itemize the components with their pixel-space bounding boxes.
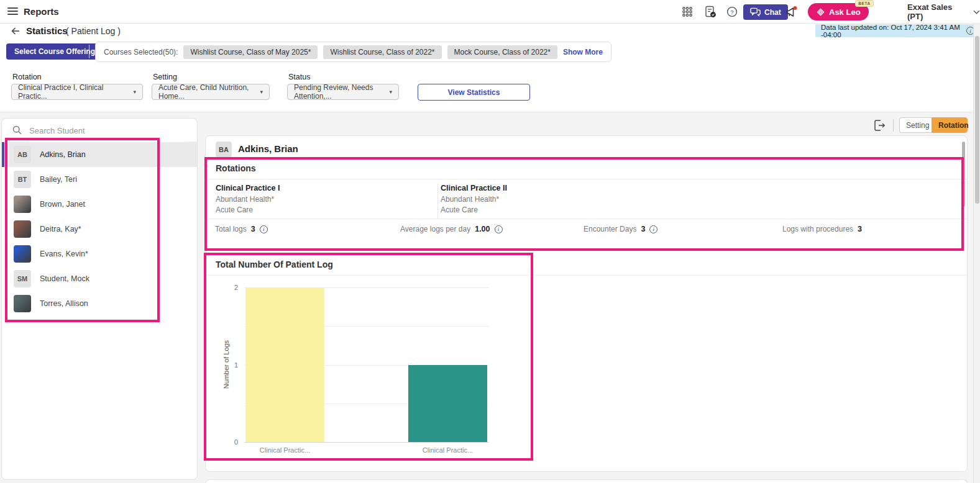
status-filter-select[interactable]: Pending Review, Needs Attention,... ▾	[287, 84, 399, 100]
student-list-item[interactable]: Brown, Janet	[2, 192, 197, 217]
svg-text:?: ?	[730, 9, 733, 16]
page-header: Statistics ( Patient Log ) Data last upd…	[0, 24, 980, 40]
stat-label: Encounter Days	[584, 225, 636, 233]
chart-y-tick-label: 2	[224, 284, 238, 291]
announcements-megaphone-icon[interactable]	[785, 6, 797, 18]
course-offerings-bar: Select Course Offerings Courses Selected…	[0, 40, 980, 65]
patient-log-bar-chart: Clinical Practic...Clinical Practic...	[244, 287, 489, 442]
show-more-link[interactable]: Show More	[563, 48, 603, 56]
toggle-rotation-button[interactable]: Rotation	[932, 117, 968, 133]
divider	[206, 219, 967, 219]
divider	[206, 179, 967, 179]
chart-y-tick-label: 0	[224, 438, 238, 446]
help-icon[interactable]: ?	[726, 6, 738, 17]
rotation-name: Clinical Practice II	[441, 184, 658, 192]
caret-down-icon: ▾	[389, 89, 392, 95]
student-initials-avatar: SM	[14, 270, 31, 287]
rotation-location: Abundant Health*	[216, 194, 433, 205]
student-list-panel: ABAdkins, BrianBTBailey, TeriBrown, Jane…	[1, 118, 198, 480]
rotation-setting: Acute Care	[441, 205, 658, 215]
chat-button-label: Chat	[764, 8, 781, 17]
rotation-filter-value: Clinical Practice I, Clinical Practic...	[18, 83, 128, 101]
info-icon[interactable]: i	[260, 225, 268, 233]
stat-item: Logs with procedures3	[782, 225, 862, 233]
student-list-item[interactable]: ABAdkins, Brian	[2, 142, 197, 167]
caret-down-icon: ▾	[133, 89, 136, 95]
stat-label: Average logs per day	[400, 225, 470, 233]
chart-bar[interactable]	[245, 287, 324, 442]
student-list-item[interactable]: Evans, Kevin*	[2, 242, 197, 266]
data-last-updated-banner: Data last updated on: Oct 17, 2024 3:41 …	[815, 24, 980, 37]
search-student-input[interactable]	[29, 119, 185, 142]
student-name: Bailey, Teri	[40, 175, 77, 184]
student-photo-avatar	[14, 245, 31, 263]
stat-value: 3	[858, 225, 862, 233]
chart-x-tick-label: Clinical Practic...	[408, 446, 487, 454]
beta-badge: BETA	[855, 0, 873, 7]
data-last-updated-text: Data last updated on: Oct 17, 2024 3:41 …	[821, 24, 963, 38]
stat-value: 3	[641, 225, 645, 233]
student-detail-card: BA Adkins, Brian Rotations Clinical Prac…	[205, 135, 968, 472]
chat-icon	[750, 7, 761, 17]
student-name: Torres, Allison	[40, 299, 88, 308]
back-arrow-icon[interactable]	[10, 25, 21, 37]
student-name: Student, Mock	[40, 274, 89, 283]
page-scrollbar-thumb[interactable]	[975, 36, 979, 204]
student-list-item[interactable]: Torres, Allison	[2, 291, 197, 316]
rotations-heading: Rotations	[216, 163, 256, 173]
setting-filter-value: Acute Care, Child Nutrition, Home...	[158, 83, 255, 101]
stat-value: 1.00	[475, 225, 490, 233]
toggle-setting-button[interactable]: Setting	[899, 117, 932, 133]
chat-button[interactable]: Chat	[743, 4, 788, 20]
rotation-item: Clinical Practice IAbundant Health*Acute…	[216, 184, 433, 215]
filters-bar: Rotation Clinical Practice I, Clinical P…	[0, 65, 980, 112]
course-chip: Wishlist Course, Class of 2022*	[323, 45, 441, 59]
student-name: Adkins, Brian	[40, 150, 86, 159]
info-icon[interactable]: i	[649, 225, 657, 233]
divider	[437, 184, 438, 219]
ask-leo-button[interactable]: Ask Leo BETA	[808, 3, 869, 20]
stat-item: Total logs3i	[215, 225, 268, 233]
rotation-filter-label: Rotation	[12, 73, 42, 81]
divider	[89, 45, 89, 58]
view-statistics-button[interactable]: View Statistics	[418, 84, 530, 101]
course-chip: Mock Course, Class of 2022*	[447, 45, 557, 59]
account-label: Exxat Sales (PT)	[907, 2, 969, 21]
chart-x-tick-label: Clinical Practic...	[245, 446, 324, 454]
setting-filter-label: Setting	[153, 73, 177, 81]
view-toggle: Setting Rotation	[899, 117, 968, 133]
next-section-card-edge	[205, 479, 968, 483]
student-photo-avatar	[14, 196, 31, 213]
select-course-offerings-button[interactable]: Select Course Offerings	[6, 43, 108, 60]
hamburger-menu-icon[interactable]	[7, 7, 18, 16]
export-icon[interactable]	[872, 119, 886, 132]
apps-grid-icon[interactable]	[682, 6, 693, 17]
page-scrollbar-track[interactable]	[973, 24, 980, 483]
courses-selected-label: Courses Selected(50):	[104, 48, 178, 56]
stat-label: Logs with procedures	[782, 225, 853, 233]
student-list-item[interactable]: SMStudent, Mock	[2, 266, 197, 291]
setting-filter-select[interactable]: Acute Care, Child Nutrition, Home... ▾	[152, 84, 270, 100]
divider	[893, 119, 894, 132]
info-icon[interactable]: i	[495, 225, 503, 233]
courses-selected-box: Courses Selected(50): Wishlist Course, C…	[95, 42, 611, 62]
student-list-item[interactable]: Deitra, Kay*	[2, 217, 197, 242]
content-scrollbar-thumb[interactable]	[962, 142, 965, 207]
stat-value: 3	[251, 225, 255, 233]
student-name: Evans, Kevin*	[40, 250, 88, 258]
rotation-setting: Acute Care	[216, 205, 433, 215]
course-chip: Wishlist Course, Class of May 2025*	[183, 45, 318, 59]
caret-down-icon: ▾	[260, 89, 263, 95]
chart-y-tick-label: 1	[224, 361, 238, 369]
student-name: Brown, Janet	[40, 200, 85, 209]
chart-bar[interactable]	[408, 365, 487, 443]
student-name: Deitra, Kay*	[40, 225, 81, 233]
course-chips: Wishlist Course, Class of May 2025*Wishl…	[183, 45, 557, 59]
report-check-icon[interactable]	[705, 6, 717, 18]
chart-title: Total Number Of Patient Log	[216, 260, 333, 269]
student-list-item[interactable]: BTBailey, Teri	[2, 167, 197, 192]
student-detail-name: Adkins, Brian	[238, 143, 298, 154]
account-menu[interactable]: Exxat Sales (PT)	[907, 0, 980, 24]
student-photo-avatar	[14, 295, 31, 312]
rotation-filter-select[interactable]: Clinical Practice I, Clinical Practic...…	[11, 84, 143, 100]
